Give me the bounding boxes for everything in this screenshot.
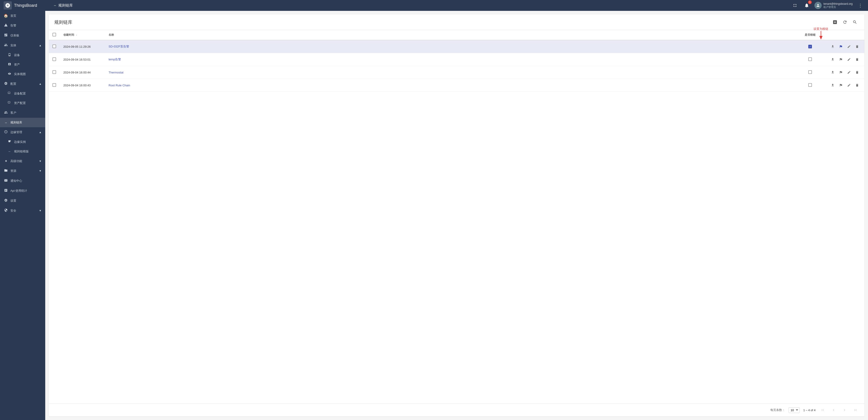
sidebar-label-asset-config: 资产配置 — [14, 101, 41, 105]
breadcrumb: ↔ 规则链库 — [49, 3, 791, 8]
sidebar-item-security[interactable]: 安全 ▼ — [0, 206, 45, 216]
user-menu[interactable]: tenant@thingsboard.org 租户管理员 — [814, 2, 852, 9]
sidebar-item-settings[interactable]: 设置 — [0, 196, 45, 206]
select-all-checkbox[interactable] — [53, 33, 56, 36]
row3-checkbox[interactable] — [53, 70, 56, 74]
advanced-expand-icon: ▼ — [39, 160, 41, 163]
sidebar-item-dashboard[interactable]: 仪表板 — [0, 31, 45, 40]
logo-text: ThingsBoard — [14, 3, 37, 8]
row1-download-button[interactable] — [829, 43, 836, 50]
sidebar-item-assets[interactable]: 资产 — [0, 60, 45, 69]
rule-chain-icon: ↔ — [4, 121, 8, 124]
row2-name[interactable]: temp告警 — [105, 53, 797, 66]
row3-set-root-button[interactable] — [837, 69, 844, 76]
prev-page-button[interactable] — [830, 407, 837, 414]
row3-root-checkbox[interactable] — [808, 70, 812, 74]
row4-download-button[interactable] — [829, 82, 836, 89]
sidebar-label-entity-view: 实体视图 — [14, 72, 41, 76]
sidebar-item-home[interactable]: 🏠 首页 — [0, 11, 45, 21]
sidebar-item-advanced[interactable]: ✦ 高级功能 ▼ — [0, 156, 45, 166]
sidebar-item-asset-config[interactable]: 资产配置 — [0, 98, 45, 108]
entity-icon — [4, 43, 8, 48]
security-icon — [4, 208, 8, 213]
table-row: 2024-09-04 16:00:43 Root Rule Chain — [49, 79, 864, 92]
row4-delete-button[interactable] — [854, 82, 861, 89]
sidebar-label-dashboard: 仪表板 — [10, 33, 41, 37]
table-row: 2024-09-04 16:00:44 Thermostat — [49, 66, 864, 79]
sidebar-item-entity-view[interactable]: 实体视图 — [0, 69, 45, 79]
row1-edit-button[interactable] — [845, 43, 852, 50]
row3-delete-button[interactable] — [854, 69, 861, 76]
row2-root-checkbox[interactable] — [808, 57, 812, 61]
row1-delete-button[interactable] — [854, 43, 861, 50]
row4-checkbox[interactable] — [53, 83, 56, 87]
sidebar-item-device-config[interactable]: 设备配置 — [0, 89, 45, 98]
row4-set-root-button[interactable] — [837, 82, 844, 89]
add-rule-chain-button[interactable] — [831, 18, 839, 26]
row3-download-button[interactable] — [829, 69, 836, 76]
sort-icon: ↓ — [76, 33, 77, 36]
user-email: tenant@thingsboard.org — [824, 2, 852, 5]
first-page-button[interactable] — [819, 407, 827, 414]
sidebar-item-rule-chain[interactable]: ↔ 规则链库 — [0, 118, 45, 127]
notification-area[interactable]: 5 — [803, 1, 811, 9]
avatar — [814, 2, 822, 9]
row2-download-button[interactable] — [829, 56, 836, 63]
sidebar-item-notifications[interactable]: 通知中心 — [0, 176, 45, 186]
row2-edit-button[interactable] — [845, 56, 852, 63]
sidebar-label-rule-chain-tmpl: 规则链模版 — [14, 150, 41, 154]
sidebar-item-alerts[interactable]: 告警 — [0, 21, 45, 31]
search-button[interactable] — [851, 18, 859, 26]
user-role: 租户管理员 — [824, 5, 852, 9]
row1-root-checkbox[interactable]: ✓ — [808, 45, 812, 49]
config-expand-icon: ▲ — [39, 82, 41, 86]
sidebar-item-edge-instance[interactable]: 边缘实例 — [0, 137, 45, 147]
sidebar-group-edge[interactable]: 边缘管理 ▲ — [0, 127, 45, 137]
asset-config-icon — [7, 101, 12, 105]
sidebar-group-config[interactable]: 配置 ▲ — [0, 79, 45, 89]
row3-edit-button[interactable] — [845, 69, 852, 76]
row4-root-checkbox[interactable] — [808, 83, 812, 87]
edge-icon — [4, 130, 8, 134]
row4-edit-button[interactable] — [845, 82, 852, 89]
notifications-icon — [4, 179, 8, 183]
fullscreen-button[interactable] — [791, 1, 799, 9]
row2-delete-button[interactable] — [854, 56, 861, 63]
sidebar-label-edge: 边缘管理 — [10, 130, 37, 134]
row3-name[interactable]: Thermostat — [105, 66, 797, 79]
device-config-icon — [7, 92, 12, 96]
main-layout: 🏠 首页 告警 仪表板 实体 ▲ 设备 — [0, 11, 868, 420]
last-page-button[interactable] — [852, 407, 859, 414]
row1-action-buttons — [827, 43, 861, 50]
sidebar-item-rule-chain-tmpl[interactable]: ↔ 规则链模版 — [0, 147, 45, 156]
row1-checkbox[interactable] — [53, 44, 56, 48]
sidebar-label-home: 首页 — [10, 14, 41, 18]
page-card-header: 规则链库 — [49, 14, 864, 30]
settings-icon — [4, 198, 8, 203]
sidebar-item-customer[interactable]: 客户 — [0, 108, 45, 118]
logo-icon — [4, 1, 12, 9]
header-datetime-col: 创建时间 ↓ — [60, 30, 105, 40]
sidebar-group-entity[interactable]: 实体 ▲ — [0, 40, 45, 51]
next-page-button[interactable] — [841, 407, 848, 414]
row2-set-root-button[interactable] — [837, 56, 844, 63]
sidebar-item-devices[interactable]: 设备 — [0, 51, 45, 60]
resources-icon — [4, 169, 8, 173]
more-options-button[interactable]: ⋮ — [856, 1, 864, 9]
sidebar-item-resources[interactable]: 资源 ▼ — [0, 166, 45, 176]
home-icon: 🏠 — [4, 13, 8, 18]
sidebar-label-notifications: 通知中心 — [10, 179, 41, 183]
sidebar-label-entity: 实体 — [10, 43, 37, 47]
row1-set-root-button[interactable] — [837, 43, 844, 50]
row4-name[interactable]: Root Rule Chain — [105, 79, 797, 92]
header-name-col: 名称 — [105, 30, 797, 40]
per-page-select[interactable]: 5 10 15 20 25 — [788, 407, 800, 413]
svg-rect-0 — [8, 92, 10, 94]
row3-action-buttons — [827, 69, 861, 76]
sidebar-label-advanced: 高级功能 — [10, 159, 37, 163]
refresh-button[interactable] — [841, 18, 849, 26]
row2-checkbox[interactable] — [53, 57, 56, 61]
table-header-row: 创建时间 ↓ 名称 是否根链 — [49, 30, 864, 40]
sidebar-item-api-stats[interactable]: Api 使用统计 — [0, 186, 45, 196]
row1-name[interactable]: SD-032F泵告警 — [105, 40, 797, 53]
